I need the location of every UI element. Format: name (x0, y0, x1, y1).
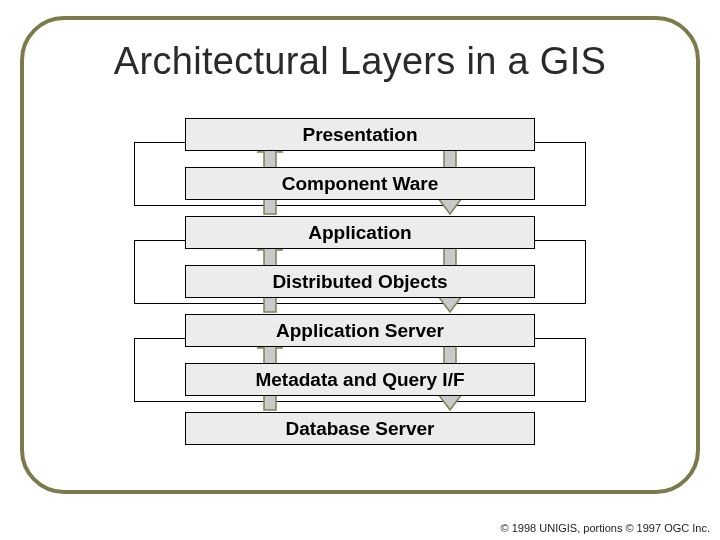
copyright-footer: © 1998 UNIGIS, portions © 1997 OGC Inc. (501, 522, 710, 534)
layer-diagram: Presentation Component Ware Application … (150, 118, 570, 445)
layer-component-ware: Component Ware (185, 167, 535, 200)
layer-presentation: Presentation (185, 118, 535, 151)
layer-database-server: Database Server (185, 412, 535, 445)
layer-application-server: Application Server (185, 314, 535, 347)
layer-application: Application (185, 216, 535, 249)
layer-metadata-query: Metadata and Query I/F (185, 363, 535, 396)
slide-title: Architectural Layers in a GIS (0, 40, 720, 83)
layer-distributed-objects: Distributed Objects (185, 265, 535, 298)
